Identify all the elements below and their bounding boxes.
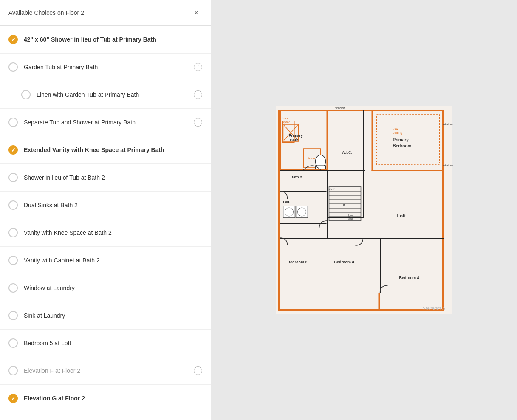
- svg-text:tray: tray: [393, 127, 398, 130]
- svg-rect-4: [278, 110, 280, 311]
- choice-item-6: Shower in lieu of Tub at Bath 2: [0, 164, 211, 192]
- svg-text:Bath 2: Bath 2: [291, 175, 302, 179]
- svg-rect-9: [280, 223, 327, 224]
- svg-text:space: space: [283, 121, 291, 124]
- radio-6[interactable]: [8, 173, 18, 182]
- floorplan-image: tray ceiling knee space Linen Primary Ba…: [273, 106, 455, 314]
- choice-item-12: Bedroom 5 at Loft: [0, 330, 211, 357]
- radio-4[interactable]: [8, 118, 18, 127]
- choice-label-13: Elevation F at Floor 2: [24, 367, 188, 375]
- choice-label-14: Elevation G at Floor 2: [24, 395, 202, 402]
- svg-text:Bedroom 4: Bedroom 4: [399, 276, 419, 280]
- svg-rect-3: [278, 309, 380, 311]
- svg-rect-20: [328, 238, 381, 239]
- choice-item-14: Elevation G at Floor 2: [0, 385, 211, 412]
- radio-12[interactable]: [8, 338, 18, 348]
- svg-text:Bedroom: Bedroom: [393, 144, 412, 148]
- info-icon-2[interactable]: i: [194, 63, 202, 71]
- choice-label-2: Garden Tub at Primary Bath: [24, 63, 188, 71]
- choice-label-5: Extended Vanity with Knee Space at Prima…: [24, 146, 202, 154]
- svg-text:Primary: Primary: [393, 138, 409, 142]
- choice-item-2: Garden Tub at Primary Bathi: [0, 54, 211, 81]
- svg-rect-22: [280, 110, 281, 170]
- choice-label-1: 42" x 60" Shower in lieu of Tub at Prima…: [24, 36, 202, 43]
- svg-text:W.I.C.: W.I.C.: [342, 150, 353, 155]
- radio-1[interactable]: [8, 35, 18, 44]
- svg-text:low: low: [348, 214, 353, 217]
- svg-rect-21: [280, 110, 328, 111]
- choice-label-11: Sink at Laundry: [24, 312, 202, 319]
- choice-item-1: 42" x 60" Shower in lieu of Tub at Prima…: [0, 26, 211, 54]
- choices-list: 42" x 60" Shower in lieu of Tub at Prima…: [0, 26, 211, 420]
- svg-text:knee: knee: [283, 117, 289, 120]
- svg-rect-19: [380, 238, 444, 239]
- svg-text:wall: wall: [348, 217, 354, 220]
- radio-11[interactable]: [8, 311, 18, 320]
- svg-text:Bath: Bath: [290, 138, 299, 142]
- info-icon-13[interactable]: i: [194, 366, 202, 375]
- svg-text:window: window: [443, 123, 453, 126]
- choice-label-6: Shower in lieu of Tub at Bath 2: [24, 174, 202, 181]
- choice-label-10: Window at Laundry: [24, 284, 202, 292]
- choice-label-3: Linen with Garden Tub at Primary Bath: [37, 91, 188, 99]
- info-icon-3[interactable]: i: [194, 90, 202, 99]
- choice-item-5: Extended Vanity with Knee Space at Prima…: [0, 136, 211, 164]
- info-icon-4[interactable]: i: [194, 118, 202, 127]
- choice-item-9: Vanity with Cabinet at Bath 2: [0, 247, 211, 274]
- choice-label-12: Bedroom 5 at Loft: [24, 339, 202, 347]
- choice-label-4: Separate Tub and Shower at Primary Bath: [24, 118, 188, 126]
- svg-rect-8: [280, 191, 327, 192]
- choice-item-13: Elevation F at Floor 2i: [0, 357, 211, 385]
- choices-panel: Available Choices on Floor 2 × 42" x 60"…: [0, 0, 211, 420]
- choice-label-7: Dual Sinks at Bath 2: [24, 201, 202, 209]
- choice-item-10: Window at Laundry: [0, 274, 211, 302]
- svg-text:Bedroom 2: Bedroom 2: [288, 260, 308, 264]
- svg-rect-13: [327, 170, 365, 171]
- radio-2[interactable]: [8, 62, 18, 72]
- choice-item-7: Dual Sinks at Bath 2: [0, 192, 211, 219]
- choice-item-4: Separate Tub and Shower at Primary Bathi: [0, 109, 211, 136]
- svg-text:ceiling: ceiling: [393, 131, 403, 135]
- svg-rect-6: [379, 293, 380, 311]
- svg-text:Bedroom 3: Bedroom 3: [334, 260, 354, 264]
- floorplan-panel: tray ceiling knee space Linen Primary Ba…: [211, 0, 517, 420]
- svg-text:Primary: Primary: [289, 133, 303, 138]
- svg-rect-25: [372, 110, 444, 111]
- svg-rect-26: [372, 110, 373, 171]
- radio-10[interactable]: [8, 283, 18, 293]
- choice-label-8: Vanity with Knee Space at Bath 2: [24, 229, 202, 237]
- svg-text:window: window: [443, 164, 453, 167]
- choice-item-11: Sink at Laundry: [0, 302, 211, 330]
- radio-3[interactable]: [21, 90, 31, 99]
- choice-label-9: Vanity with Cabinet at Bath 2: [24, 257, 202, 264]
- svg-text:Loft: Loft: [397, 213, 406, 218]
- svg-text:Dn: Dn: [342, 203, 346, 206]
- svg-rect-15: [363, 170, 364, 217]
- svg-rect-27: [372, 170, 444, 171]
- radio-8[interactable]: [8, 228, 18, 237]
- radio-14[interactable]: [8, 394, 18, 403]
- svg-text:Linen: Linen: [307, 156, 315, 160]
- radio-9[interactable]: [8, 256, 18, 265]
- close-button[interactable]: ×: [190, 7, 202, 19]
- radio-13[interactable]: [8, 366, 18, 375]
- radio-7[interactable]: [8, 200, 18, 210]
- panel-header: Available Choices on Floor 2 ×: [0, 0, 211, 26]
- radio-5[interactable]: [8, 145, 18, 155]
- svg-rect-18: [380, 238, 381, 293]
- svg-rect-24: [327, 110, 328, 170]
- svg-text:Lau.: Lau.: [283, 200, 290, 204]
- svg-text:StellarMLS: StellarMLS: [423, 306, 446, 311]
- panel-title: Available Choices on Floor 2: [8, 9, 84, 16]
- choice-item-3: Linen with Garden Tub at Primary Bathi: [0, 81, 211, 109]
- svg-rect-28: [443, 110, 444, 170]
- choice-item-8: Vanity with Knee Space at Bath 2: [0, 219, 211, 247]
- svg-text:window: window: [335, 107, 346, 110]
